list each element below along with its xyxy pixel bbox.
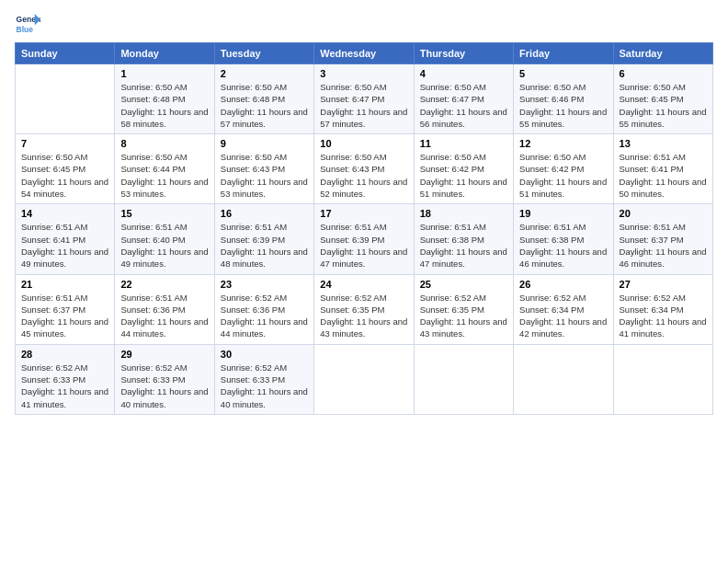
calendar-cell: 8Sunrise: 6:50 AMSunset: 6:44 PMDaylight… xyxy=(115,134,214,204)
day-number: 30 xyxy=(221,349,308,360)
day-detail: Sunrise: 6:51 AMSunset: 6:41 PMDaylight:… xyxy=(620,151,707,200)
day-header: Wednesday xyxy=(314,43,414,64)
svg-text:Blue: Blue xyxy=(17,25,34,34)
day-number: 2 xyxy=(221,68,308,79)
day-header: Saturday xyxy=(613,43,712,64)
calendar-cell: 18Sunrise: 6:51 AMSunset: 6:38 PMDayligh… xyxy=(414,204,513,274)
day-number: 23 xyxy=(221,279,308,290)
day-detail: Sunrise: 6:50 AMSunset: 6:47 PMDaylight:… xyxy=(420,81,507,130)
day-detail: Sunrise: 6:51 AMSunset: 6:37 PMDaylight:… xyxy=(620,221,707,270)
day-detail: Sunrise: 6:52 AMSunset: 6:34 PMDaylight:… xyxy=(620,292,707,340)
calendar-cell: 28Sunrise: 6:52 AMSunset: 6:33 PMDayligh… xyxy=(16,344,115,414)
calendar-body: 1Sunrise: 6:50 AMSunset: 6:48 PMDaylight… xyxy=(16,64,713,415)
calendar-cell: 9Sunrise: 6:50 AMSunset: 6:43 PMDaylight… xyxy=(214,134,313,204)
day-detail: Sunrise: 6:51 AMSunset: 6:41 PMDaylight:… xyxy=(21,221,108,270)
calendar-table: SundayMondayTuesdayWednesdayThursdayFrid… xyxy=(15,42,713,415)
calendar-cell: 12Sunrise: 6:50 AMSunset: 6:42 PMDayligh… xyxy=(514,134,613,204)
day-detail: Sunrise: 6:50 AMSunset: 6:46 PMDaylight:… xyxy=(519,81,607,130)
day-header: Monday xyxy=(115,43,214,64)
day-detail: Sunrise: 6:50 AMSunset: 6:43 PMDaylight:… xyxy=(320,151,407,200)
calendar-cell: 2Sunrise: 6:50 AMSunset: 6:48 PMDaylight… xyxy=(214,64,313,134)
calendar-week: 28Sunrise: 6:52 AMSunset: 6:33 PMDayligh… xyxy=(16,344,713,414)
day-detail: Sunrise: 6:51 AMSunset: 6:38 PMDaylight:… xyxy=(420,221,507,270)
day-number: 19 xyxy=(519,208,607,219)
day-detail: Sunrise: 6:50 AMSunset: 6:42 PMDaylight:… xyxy=(519,151,607,200)
day-number: 26 xyxy=(519,279,607,290)
day-detail: Sunrise: 6:51 AMSunset: 6:36 PMDaylight:… xyxy=(120,292,208,340)
day-number: 28 xyxy=(21,349,108,360)
logo: General Blue xyxy=(15,11,40,37)
day-number: 10 xyxy=(320,138,407,149)
calendar-cell: 6Sunrise: 6:50 AMSunset: 6:45 PMDaylight… xyxy=(613,64,712,134)
day-number: 9 xyxy=(221,138,308,149)
day-header: Thursday xyxy=(414,43,513,64)
day-detail: Sunrise: 6:50 AMSunset: 6:48 PMDaylight:… xyxy=(221,81,308,130)
calendar-cell: 17Sunrise: 6:51 AMSunset: 6:39 PMDayligh… xyxy=(314,204,414,274)
day-detail: Sunrise: 6:51 AMSunset: 6:38 PMDaylight:… xyxy=(519,221,607,270)
day-header: Tuesday xyxy=(214,43,313,64)
calendar-cell: 1Sunrise: 6:50 AMSunset: 6:48 PMDaylight… xyxy=(115,64,214,134)
calendar-cell xyxy=(16,64,115,134)
calendar-cell: 4Sunrise: 6:50 AMSunset: 6:47 PMDaylight… xyxy=(414,64,513,134)
page: General Blue SundayMondayTuesdayWednesda… xyxy=(0,0,728,563)
day-number: 12 xyxy=(519,138,607,149)
day-number: 1 xyxy=(120,68,208,79)
day-detail: Sunrise: 6:51 AMSunset: 6:39 PMDaylight:… xyxy=(320,221,407,270)
day-detail: Sunrise: 6:50 AMSunset: 6:43 PMDaylight:… xyxy=(221,151,308,200)
day-detail: Sunrise: 6:52 AMSunset: 6:33 PMDaylight:… xyxy=(21,362,108,410)
day-number: 5 xyxy=(519,68,607,79)
calendar-header: SundayMondayTuesdayWednesdayThursdayFrid… xyxy=(16,43,713,64)
day-number: 11 xyxy=(420,138,507,149)
day-number: 3 xyxy=(320,68,407,79)
day-detail: Sunrise: 6:50 AMSunset: 6:44 PMDaylight:… xyxy=(120,151,208,200)
calendar-cell: 16Sunrise: 6:51 AMSunset: 6:39 PMDayligh… xyxy=(214,204,313,274)
calendar-cell: 13Sunrise: 6:51 AMSunset: 6:41 PMDayligh… xyxy=(613,134,712,204)
calendar-cell: 11Sunrise: 6:50 AMSunset: 6:42 PMDayligh… xyxy=(414,134,513,204)
day-number: 27 xyxy=(620,279,707,290)
day-number: 13 xyxy=(620,138,707,149)
calendar-cell xyxy=(414,344,513,414)
calendar-cell: 3Sunrise: 6:50 AMSunset: 6:47 PMDaylight… xyxy=(314,64,414,134)
day-detail: Sunrise: 6:50 AMSunset: 6:47 PMDaylight:… xyxy=(320,81,407,130)
day-number: 25 xyxy=(420,279,507,290)
day-detail: Sunrise: 6:52 AMSunset: 6:34 PMDaylight:… xyxy=(519,292,607,340)
calendar-cell: 25Sunrise: 6:52 AMSunset: 6:35 PMDayligh… xyxy=(414,274,513,344)
calendar-cell: 15Sunrise: 6:51 AMSunset: 6:40 PMDayligh… xyxy=(115,204,214,274)
day-number: 15 xyxy=(120,208,208,219)
day-detail: Sunrise: 6:52 AMSunset: 6:33 PMDaylight:… xyxy=(221,362,308,410)
calendar-cell xyxy=(314,344,414,414)
day-number: 22 xyxy=(120,279,208,290)
day-detail: Sunrise: 6:51 AMSunset: 6:37 PMDaylight:… xyxy=(21,292,108,340)
calendar-week: 1Sunrise: 6:50 AMSunset: 6:48 PMDaylight… xyxy=(16,64,713,134)
day-number: 14 xyxy=(21,208,108,219)
calendar-week: 7Sunrise: 6:50 AMSunset: 6:45 PMDaylight… xyxy=(16,134,713,204)
calendar-cell: 24Sunrise: 6:52 AMSunset: 6:35 PMDayligh… xyxy=(314,274,414,344)
calendar-cell: 22Sunrise: 6:51 AMSunset: 6:36 PMDayligh… xyxy=(115,274,214,344)
header: General Blue xyxy=(15,11,713,37)
day-number: 29 xyxy=(120,349,208,360)
day-detail: Sunrise: 6:50 AMSunset: 6:45 PMDaylight:… xyxy=(620,81,707,130)
calendar-cell: 27Sunrise: 6:52 AMSunset: 6:34 PMDayligh… xyxy=(613,274,712,344)
calendar-cell: 23Sunrise: 6:52 AMSunset: 6:36 PMDayligh… xyxy=(214,274,313,344)
day-detail: Sunrise: 6:50 AMSunset: 6:48 PMDaylight:… xyxy=(120,81,208,130)
day-number: 20 xyxy=(620,208,707,219)
day-number: 21 xyxy=(21,279,108,290)
day-detail: Sunrise: 6:51 AMSunset: 6:40 PMDaylight:… xyxy=(120,221,208,270)
calendar-cell: 26Sunrise: 6:52 AMSunset: 6:34 PMDayligh… xyxy=(514,274,613,344)
day-number: 18 xyxy=(420,208,507,219)
calendar-cell: 21Sunrise: 6:51 AMSunset: 6:37 PMDayligh… xyxy=(16,274,115,344)
day-header: Friday xyxy=(514,43,613,64)
calendar-cell: 5Sunrise: 6:50 AMSunset: 6:46 PMDaylight… xyxy=(514,64,613,134)
day-number: 16 xyxy=(221,208,308,219)
calendar-cell: 20Sunrise: 6:51 AMSunset: 6:37 PMDayligh… xyxy=(613,204,712,274)
calendar-week: 14Sunrise: 6:51 AMSunset: 6:41 PMDayligh… xyxy=(16,204,713,274)
day-detail: Sunrise: 6:52 AMSunset: 6:35 PMDaylight:… xyxy=(420,292,507,340)
calendar-cell: 7Sunrise: 6:50 AMSunset: 6:45 PMDaylight… xyxy=(16,134,115,204)
calendar-cell xyxy=(613,344,712,414)
day-detail: Sunrise: 6:52 AMSunset: 6:36 PMDaylight:… xyxy=(221,292,308,340)
day-header: Sunday xyxy=(16,43,115,64)
calendar-cell: 14Sunrise: 6:51 AMSunset: 6:41 PMDayligh… xyxy=(16,204,115,274)
calendar-cell xyxy=(514,344,613,414)
day-number: 4 xyxy=(420,68,507,79)
day-number: 7 xyxy=(21,138,108,149)
